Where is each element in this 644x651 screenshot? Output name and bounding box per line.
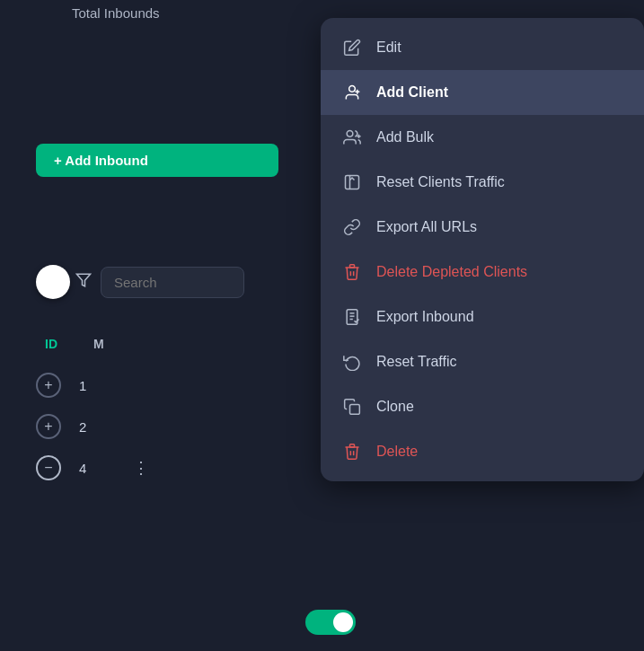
bottom-toggle-ball bbox=[333, 612, 353, 632]
add-inbound-label: + Add Inbound bbox=[54, 153, 148, 168]
menu-add-client-label: Add Client bbox=[376, 84, 448, 101]
menu-export-inbound-label: Export Inbound bbox=[376, 309, 474, 325]
filter-icon[interactable] bbox=[75, 272, 92, 292]
add-user-icon bbox=[342, 83, 362, 102]
svg-rect-10 bbox=[350, 405, 360, 415]
toggle-container bbox=[36, 265, 92, 299]
svg-rect-11 bbox=[350, 444, 355, 447]
trash-warning-icon bbox=[342, 262, 362, 282]
row-context-menu-button[interactable]: ⋮ bbox=[133, 458, 150, 478]
row-expand-2[interactable]: + bbox=[36, 414, 61, 439]
table-rows: + 1 + 2 − 4 ⋮ bbox=[36, 373, 150, 480]
bottom-toggle[interactable] bbox=[305, 610, 356, 635]
add-users-icon bbox=[342, 128, 362, 147]
menu-reset-traffic-label: Reset Traffic bbox=[376, 354, 457, 370]
svg-rect-8 bbox=[350, 265, 355, 268]
row-id-1: 1 bbox=[79, 378, 106, 393]
row-expand-1[interactable]: + bbox=[36, 373, 61, 398]
menu-item-add-client[interactable]: Add Client bbox=[321, 70, 644, 115]
menu-export-all-urls-label: Export All URLs bbox=[376, 219, 477, 235]
svg-point-1 bbox=[349, 86, 356, 92]
svg-marker-0 bbox=[77, 274, 91, 286]
export-inbound-icon bbox=[342, 307, 362, 327]
pencil-icon bbox=[342, 38, 362, 57]
menu-item-export-inbound[interactable]: Export Inbound bbox=[321, 295, 644, 339]
menu-clone-label: Clone bbox=[376, 399, 414, 415]
export-urls-icon bbox=[342, 217, 362, 237]
menu-item-delete-depleted[interactable]: Delete Depleted Clients bbox=[321, 250, 644, 295]
search-area bbox=[36, 265, 244, 299]
copy-icon bbox=[342, 397, 362, 417]
row-expand-4[interactable]: − bbox=[36, 455, 61, 480]
menu-item-reset-traffic[interactable]: Reset Traffic bbox=[321, 339, 644, 384]
menu-delete-label: Delete bbox=[376, 444, 418, 460]
menu-reset-clients-traffic-label: Reset Clients Traffic bbox=[376, 174, 505, 190]
row-id-4: 4 bbox=[79, 461, 106, 476]
col-id-header: ID bbox=[45, 337, 57, 351]
context-menu: Edit Add Client Add Bulk bbox=[321, 18, 644, 481]
top-bar: Total Inbounds bbox=[0, 0, 283, 25]
table-header: ID M bbox=[36, 337, 104, 351]
menu-item-export-all-urls[interactable]: Export All URLs bbox=[321, 205, 644, 250]
menu-delete-depleted-label: Delete Depleted Clients bbox=[376, 264, 527, 280]
menu-item-clone[interactable]: Clone bbox=[321, 384, 644, 429]
row-id-2: 2 bbox=[79, 419, 106, 435]
refresh-icon bbox=[342, 352, 362, 372]
search-input[interactable] bbox=[101, 267, 244, 298]
table-row: + 2 bbox=[36, 414, 150, 439]
svg-point-4 bbox=[347, 131, 353, 137]
menu-item-edit[interactable]: Edit bbox=[321, 25, 644, 70]
menu-edit-label: Edit bbox=[376, 40, 401, 56]
table-row: − 4 ⋮ bbox=[36, 455, 150, 480]
menu-add-bulk-label: Add Bulk bbox=[376, 129, 434, 145]
page-title: Total Inbounds bbox=[72, 5, 160, 21]
menu-item-add-bulk[interactable]: Add Bulk bbox=[321, 115, 644, 160]
col-m-header: M bbox=[93, 337, 104, 351]
add-inbound-button[interactable]: + Add Inbound bbox=[36, 144, 278, 177]
menu-item-delete[interactable]: Delete bbox=[321, 429, 644, 474]
table-row: + 1 bbox=[36, 373, 150, 398]
trash-icon bbox=[342, 442, 362, 462]
toggle-switch[interactable] bbox=[36, 265, 70, 299]
menu-item-reset-clients-traffic[interactable]: Reset Clients Traffic bbox=[321, 160, 644, 205]
reset-traffic-icon bbox=[342, 172, 362, 192]
